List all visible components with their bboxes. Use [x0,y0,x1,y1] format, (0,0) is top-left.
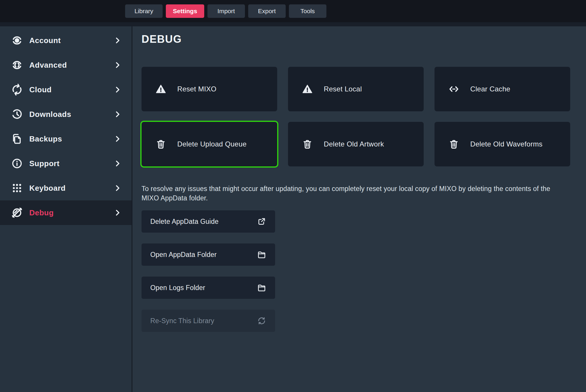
top-navigation: Library Settings Import Export Tools [125,4,326,18]
nav-tab-import[interactable]: Import [207,4,245,18]
backups-icon [11,133,23,145]
debug-card-grid: Reset MIXO Reset Local [142,67,586,166]
chevron-right-icon [113,209,122,217]
card-label: Reset Local [324,85,362,93]
folder-icon [257,283,266,292]
sidebar-item-label: Debug [29,208,113,217]
action-label: Re-Sync This Library [150,317,257,325]
card-label: Delete Upload Queue [177,140,247,148]
trash-icon [156,139,166,149]
sidebar-item-label: Advanced [29,61,113,70]
downloads-icon [11,108,23,120]
settings-content: Account Advanced [0,26,586,392]
sidebar-item-label: Support [29,159,113,168]
advanced-icon [11,59,23,71]
chevron-right-icon [113,159,122,168]
sidebar-item-label: Cloud [29,85,113,94]
resync-library-button[interactable]: Re-Sync This Library [142,310,275,332]
cloud-sync-icon [11,84,23,96]
trash-icon [449,139,459,149]
chevron-right-icon [113,184,122,192]
top-bar: Library Settings Import Export Tools [0,0,586,22]
chevron-right-icon [113,86,122,94]
trash-icon [302,139,313,149]
sidebar-item-advanced[interactable]: Advanced [0,53,132,77]
warning-icon [302,84,313,94]
folder-icon [257,250,266,259]
page-title: DEBUG [142,33,586,46]
sidebar-item-account[interactable]: Account [0,28,132,53]
card-label: Clear Cache [470,85,510,93]
account-icon [11,35,23,46]
sidebar-item-label: Downloads [29,110,113,119]
sidebar-item-downloads[interactable]: Downloads [0,102,132,127]
sidebar-item-label: Account [29,36,113,45]
code-icon [449,84,459,94]
open-logs-folder-button[interactable]: Open Logs Folder [142,277,275,299]
nav-tab-library[interactable]: Library [125,4,163,18]
debug-action-list: Delete AppData Guide Open AppData Folder [142,210,586,332]
card-label: Reset MIXO [177,85,217,93]
reset-local-button[interactable]: Reset Local [288,67,424,111]
open-appdata-folder-button[interactable]: Open AppData Folder [142,243,275,266]
toolbar-strip [0,22,586,26]
chevron-right-icon [113,36,122,45]
card-label: Delete Old Waveforms [470,140,543,148]
action-label: Delete AppData Guide [150,218,257,226]
keyboard-icon [11,182,23,194]
card-label: Delete Old Artwork [324,140,384,148]
delete-old-artwork-button[interactable]: Delete Old Artwork [288,122,424,166]
settings-sidebar: Account Advanced [0,26,132,392]
sidebar-item-label: Keyboard [29,184,113,193]
nav-tab-settings[interactable]: Settings [166,4,204,18]
clear-cache-button[interactable]: Clear Cache [435,67,570,111]
chevron-right-icon [113,110,122,118]
action-label: Open Logs Folder [150,284,257,292]
sidebar-item-backups[interactable]: Backups [0,127,132,151]
debug-description: To resolve any issues that might occur a… [142,184,564,203]
delete-appdata-guide-button[interactable]: Delete AppData Guide [142,210,275,233]
sidebar-item-cloud[interactable]: Cloud [0,77,132,102]
external-link-icon [257,217,266,226]
sidebar-item-support[interactable]: Support [0,151,132,176]
delete-upload-queue-button[interactable]: Delete Upload Queue [142,122,277,166]
debug-icon [11,207,23,219]
warning-icon [156,84,166,94]
action-label: Open AppData Folder [150,251,257,259]
chevron-right-icon [113,135,122,143]
support-icon [11,158,23,169]
sync-icon [257,316,266,325]
nav-tab-export[interactable]: Export [248,4,286,18]
sidebar-item-debug[interactable]: Debug [0,200,132,225]
sidebar-item-keyboard[interactable]: Keyboard [0,176,132,200]
debug-panel: DEBUG Reset MIXO [133,26,586,392]
delete-old-waveforms-button[interactable]: Delete Old Waveforms [435,122,570,166]
sidebar-item-label: Backups [29,134,113,144]
nav-tab-tools[interactable]: Tools [289,4,326,18]
chevron-right-icon [113,61,122,69]
reset-mixo-button[interactable]: Reset MIXO [142,67,277,111]
